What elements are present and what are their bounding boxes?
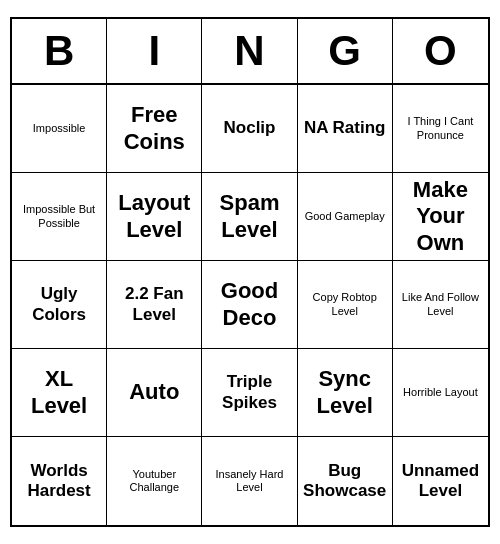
header-letter: I [107,19,202,83]
bingo-cell: Triple Spikes [202,349,297,437]
bingo-cell: Good Deco [202,261,297,349]
bingo-cell: Insanely Hard Level [202,437,297,525]
bingo-cell: Worlds Hardest [12,437,107,525]
bingo-cell: Copy Robtop Level [298,261,393,349]
bingo-cell: Spam Level [202,173,297,261]
bingo-cell: Good Gameplay [298,173,393,261]
bingo-cell: 2.2 Fan Level [107,261,202,349]
bingo-grid: ImpossibleFree CoinsNoclipNA RatingI Thi… [12,85,488,525]
bingo-cell: Bug Showcase [298,437,393,525]
bingo-cell: Impossible But Possible [12,173,107,261]
bingo-cell: Layout Level [107,173,202,261]
bingo-header: BINGO [12,19,488,85]
bingo-cell: NA Rating [298,85,393,173]
bingo-cell: Like And Follow Level [393,261,488,349]
header-letter: G [298,19,393,83]
bingo-cell: Youtuber Challange [107,437,202,525]
bingo-cell: I Thing I Cant Pronunce [393,85,488,173]
bingo-cell: Unnamed Level [393,437,488,525]
header-letter: O [393,19,488,83]
bingo-cell: XL Level [12,349,107,437]
bingo-cell: Horrible Layout [393,349,488,437]
bingo-cell: Noclip [202,85,297,173]
bingo-cell: Sync Level [298,349,393,437]
header-letter: B [12,19,107,83]
bingo-cell: Free Coins [107,85,202,173]
bingo-cell: Make Your Own [393,173,488,261]
bingo-cell: Ugly Colors [12,261,107,349]
bingo-cell: Impossible [12,85,107,173]
header-letter: N [202,19,297,83]
bingo-cell: Auto [107,349,202,437]
bingo-card: BINGO ImpossibleFree CoinsNoclipNA Ratin… [10,17,490,527]
